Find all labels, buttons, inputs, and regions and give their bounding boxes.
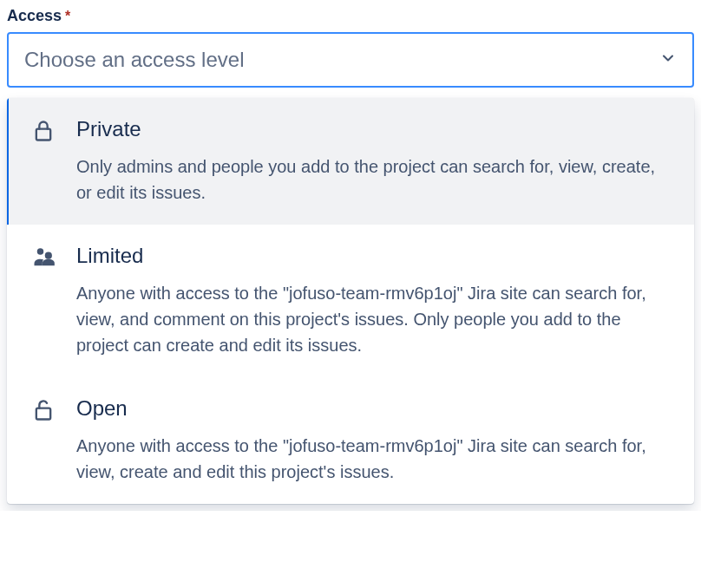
option-limited[interactable]: Limited Anyone with access to the "jofus…: [7, 225, 694, 377]
access-dropdown: Private Only admins and people you add t…: [7, 98, 694, 504]
option-content: Private Only admins and people you add t…: [76, 117, 673, 206]
chevron-down-icon: [659, 49, 677, 70]
svg-rect-3: [36, 408, 50, 420]
access-select[interactable]: Choose an access level: [7, 32, 694, 88]
option-content: Limited Anyone with access to the "jofus…: [76, 244, 673, 358]
svg-rect-0: [36, 129, 50, 140]
people-icon: [31, 245, 56, 270]
lock-icon: [31, 119, 56, 143]
select-placeholder: Choose an access level: [24, 48, 244, 72]
svg-point-1: [37, 248, 43, 254]
option-title: Open: [76, 396, 673, 421]
option-description: Anyone with access to the "jofuso-team-r…: [76, 280, 673, 358]
option-title: Limited: [76, 244, 673, 268]
required-asterisk: *: [65, 9, 70, 24]
option-description: Anyone with access to the "jofuso-team-r…: [76, 433, 673, 485]
option-private[interactable]: Private Only admins and people you add t…: [7, 98, 694, 225]
field-label-text: Access: [7, 7, 62, 25]
option-description: Only admins and people you add to the pr…: [76, 154, 673, 206]
unlock-icon: [31, 398, 56, 422]
option-title: Private: [76, 117, 673, 141]
svg-point-2: [45, 252, 52, 259]
option-open[interactable]: Open Anyone with access to the "jofuso-t…: [7, 377, 694, 504]
option-content: Open Anyone with access to the "jofuso-t…: [76, 396, 673, 485]
field-label: Access *: [7, 7, 694, 25]
